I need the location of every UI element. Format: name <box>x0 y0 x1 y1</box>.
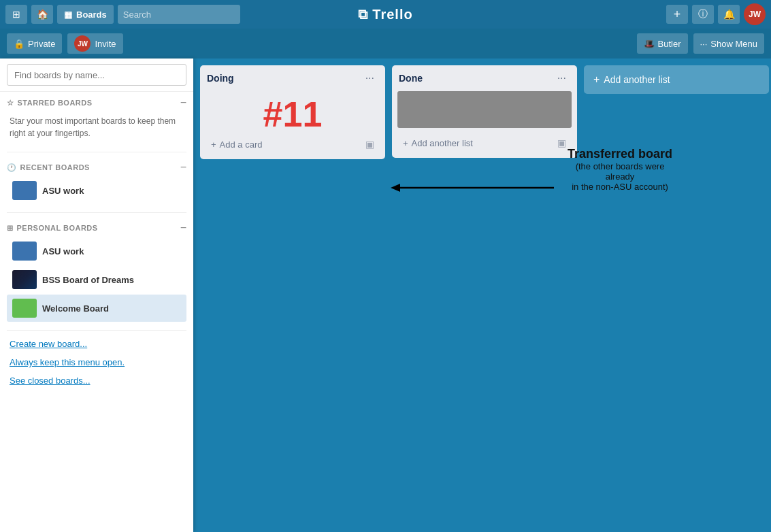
butler-icon: 🎩 <box>644 39 655 49</box>
invite-label: Invite <box>95 39 116 49</box>
annotation-text: Transferred board (the other boards were… <box>568 147 672 192</box>
starred-header: ☆ STARRED BOARDS − <box>7 97 186 108</box>
template-icon-done: ▣ <box>557 137 566 148</box>
personal-title: ⊞ PERSONAL BOARDS <box>7 224 98 233</box>
divider-1 <box>7 152 186 152</box>
divider-3 <box>7 330 186 331</box>
always-keep-open-link[interactable]: Always keep this menu open. <box>0 353 193 371</box>
trello-logo: ⧉ Trello <box>358 7 412 22</box>
info-button[interactable]: ⓘ <box>692 5 714 24</box>
add-card-button-done[interactable]: + Add another list ▣ <box>397 133 572 152</box>
personal-board-thumb-bss <box>12 270 37 289</box>
personal-collapse-button[interactable]: − <box>180 222 186 233</box>
add-card-label-done: Add another list <box>412 138 473 148</box>
see-closed-boards-link[interactable]: See closed boards... <box>0 371 193 390</box>
add-card-label-doing: Add a card <box>220 139 263 150</box>
starred-boards-section: ☆ STARRED BOARDS − Star your most import… <box>0 92 193 148</box>
add-another-list-label: Add another list <box>604 74 670 85</box>
personal-board-asu-work[interactable]: ASU work <box>7 237 186 265</box>
annotation-number: #11 <box>263 97 323 132</box>
butler-button[interactable]: 🎩 Butler <box>637 33 688 54</box>
dots-icon: ··· <box>700 39 708 49</box>
personal-board-thumb-welcome <box>12 299 37 318</box>
nav-search-input[interactable] <box>118 5 240 24</box>
boards-icon: ▦ <box>64 10 72 20</box>
personal-header: ⊞ PERSONAL BOARDS − <box>7 222 186 233</box>
logo-text: Trello <box>372 7 412 22</box>
show-menu-label: Show Menu <box>710 39 757 49</box>
annotation-arrow <box>391 167 608 208</box>
clock-icon: 🕐 <box>7 163 17 172</box>
list-doing-menu-button[interactable]: ··· <box>361 71 378 86</box>
list-done-header: Done ··· <box>397 71 572 86</box>
sidebar-search-input[interactable] <box>7 64 186 86</box>
invite-button[interactable]: JW Invite <box>67 33 122 54</box>
board-thumb-asu-work <box>12 181 37 200</box>
sidebar-search-area <box>0 59 193 92</box>
add-card-button-doing[interactable]: + Add a card ▣ <box>206 135 380 154</box>
recent-board-name: ASU work <box>42 186 84 196</box>
top-nav: ⊞ 🏠 ▦ Boards ⧉ Trello + ⓘ 🔔 JW <box>0 0 771 29</box>
invite-avatar: JW <box>74 35 91 52</box>
apps-icon-button[interactable]: ⊞ <box>5 5 27 24</box>
list-doing-header: Doing ··· <box>206 71 380 86</box>
annotation-number-area: #11 <box>206 91 380 135</box>
transferred-title: Transferred board <box>568 147 672 161</box>
list-done-title: Done <box>399 73 423 84</box>
plus-icon-doing: + <box>211 139 216 150</box>
sidebar: ☆ STARRED BOARDS − Star your most import… <box>0 59 193 532</box>
plus-icon-list: + <box>593 73 600 86</box>
list-done: Done ··· + Add another list ▣ <box>392 65 577 158</box>
main-area: ☆ STARRED BOARDS − Star your most import… <box>0 59 771 532</box>
personal-board-asu-label: ASU work <box>42 246 84 256</box>
list-doing-title: Doing <box>207 73 234 84</box>
board-header: 🔒 Private JW Invite 🎩 Butler ··· Show Me… <box>0 29 771 59</box>
private-button[interactable]: 🔒 Private <box>7 33 62 54</box>
recent-title: 🕐 RECENT BOARDS <box>7 163 90 172</box>
boards-label: Boards <box>76 10 107 20</box>
personal-board-thumb-asu <box>12 242 37 261</box>
starred-empty-text: Star your most important boards to keep … <box>7 112 186 145</box>
star-icon: ☆ <box>7 99 14 107</box>
personal-board-bss-label: BSS Board of Dreams <box>42 275 134 285</box>
svg-marker-1 <box>391 184 400 192</box>
starred-title: ☆ STARRED BOARDS <box>7 99 93 107</box>
recent-boards-section: 🕐 RECENT BOARDS − ASU work <box>0 156 193 208</box>
board-header-right: 🎩 Butler ··· Show Menu <box>637 33 764 54</box>
notifications-button[interactable]: 🔔 <box>718 5 740 24</box>
add-button[interactable]: + <box>666 5 688 24</box>
user-avatar[interactable]: JW <box>744 3 766 25</box>
list-doing: Doing ··· #11 + Add a card ▣ <box>200 65 385 159</box>
show-menu-button[interactable]: ··· Show Menu <box>693 33 765 54</box>
recent-board-asu-work[interactable]: ASU work <box>7 177 186 204</box>
nav-right-area: + ⓘ 🔔 JW <box>666 3 766 25</box>
recent-collapse-button[interactable]: − <box>180 162 186 173</box>
lock-icon: 🔒 <box>14 39 24 49</box>
recent-header: 🕐 RECENT BOARDS − <box>7 162 186 173</box>
personal-boards-section: ⊞ PERSONAL BOARDS − ASU work BSS Board o… <box>0 217 193 326</box>
butler-label: Butler <box>658 39 681 49</box>
template-icon-doing: ▣ <box>365 139 374 150</box>
boards-button[interactable]: ▦ Boards <box>57 5 114 24</box>
grid-icon: ⊞ <box>7 224 14 233</box>
home-button[interactable]: 🏠 <box>31 5 53 24</box>
board-content: Doing ··· #11 + Add a card ▣ Done ··· + … <box>193 59 771 532</box>
add-another-list-button[interactable]: + Add another list <box>584 65 769 94</box>
list-done-menu-button[interactable]: ··· <box>553 71 570 86</box>
create-new-board-link[interactable]: Create new board... <box>0 335 193 353</box>
plus-icon-done: + <box>403 138 408 148</box>
divider-2 <box>7 212 186 213</box>
starred-collapse-button[interactable]: − <box>180 97 186 108</box>
logo-icon: ⧉ <box>358 7 368 22</box>
transferred-sub: (the other boards were already in the no… <box>568 161 672 192</box>
personal-board-welcome-label: Welcome Board <box>42 303 109 314</box>
card-thumbnail <box>397 91 572 128</box>
personal-board-bss[interactable]: BSS Board of Dreams <box>7 266 186 293</box>
personal-board-welcome[interactable]: Welcome Board <box>7 295 186 322</box>
private-label: Private <box>28 39 55 49</box>
